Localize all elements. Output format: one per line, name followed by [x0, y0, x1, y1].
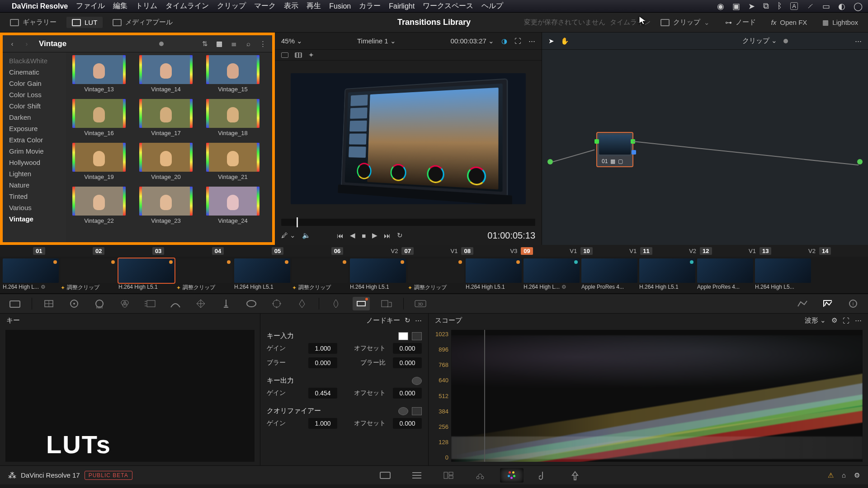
node-input-icon[interactable]	[547, 159, 553, 164]
matte-dark-icon[interactable]	[412, 332, 422, 340]
viewer-scrubber[interactable]	[281, 219, 535, 226]
settings-icon[interactable]: ⚙	[854, 471, 860, 479]
clip-thumbnail[interactable]: H.264 High L5.1	[350, 258, 406, 290]
workspace-color-icon[interactable]	[500, 468, 524, 483]
window-icon[interactable]	[243, 297, 260, 310]
clip-thumbnail[interactable]: H.264 High L5...	[755, 258, 811, 290]
status-play-icon[interactable]: ➤	[748, 1, 755, 11]
camera-raw-icon[interactable]	[6, 297, 24, 310]
strip-header-segment[interactable]: 06	[331, 247, 387, 255]
volume-icon[interactable]: 🔈	[302, 231, 311, 239]
clip-thumbnail[interactable]: ✦調整クリップ	[61, 258, 117, 291]
status-swirl-icon[interactable]: ◐	[838, 1, 845, 11]
strip-header-segment[interactable]: 01	[33, 247, 89, 255]
toolbar-lut[interactable]: LUT	[66, 17, 103, 28]
scopes-toggle-icon[interactable]	[819, 297, 836, 310]
menu-clip[interactable]: クリップ	[217, 1, 246, 11]
strip-header-segment[interactable]: 05	[272, 247, 328, 255]
viewer-zoom[interactable]: 45% ⌄	[281, 37, 302, 45]
clip-thumbnail[interactable]: H.264 High L5.1	[118, 258, 175, 290]
workspace-media-icon[interactable]	[373, 468, 397, 483]
lut-category-item[interactable]: Cinematic	[3, 66, 66, 78]
lut-item[interactable]: Vintage_13	[69, 55, 129, 93]
lut-category-item[interactable]: Darken	[3, 112, 66, 123]
lut-item[interactable]: Vintage_15	[203, 55, 263, 93]
strip-header-segment[interactable]: V110	[570, 247, 626, 255]
lut-category-item[interactable]: Color Loss	[3, 89, 66, 100]
workspace-fairlight-icon[interactable]	[532, 468, 555, 483]
strip-header-segment[interactable]: V214	[808, 247, 864, 255]
matte-white-icon[interactable]	[398, 332, 408, 340]
status-camera-icon[interactable]: ▣	[732, 1, 740, 11]
clip-thumbnail[interactable]: H.264 High L5.1	[639, 258, 695, 290]
clip-thumbnail[interactable]: ✦調整クリップ	[292, 258, 348, 291]
strip-header-segment[interactable]: 02	[93, 247, 149, 255]
menu-fairlight[interactable]: Fairlight	[389, 2, 415, 10]
lut-category-item[interactable]: Vintage	[3, 213, 66, 225]
clip-thumbnail[interactable]: H.264 High L...⚙	[524, 258, 580, 290]
lut-category-item[interactable]: Lighten	[3, 168, 66, 179]
menu-help[interactable]: ヘルプ	[481, 1, 503, 11]
toolbar-node[interactable]: ⊶ノード	[720, 16, 761, 28]
strip-header-segment[interactable]: V108	[451, 247, 507, 255]
in-gain-value[interactable]: 1.000	[308, 343, 337, 354]
workspace-deliver-icon[interactable]	[563, 468, 587, 483]
viewer-rec-tc[interactable]: 00:00:03:27 ⌄	[451, 37, 494, 45]
menu-file[interactable]: ファイル	[76, 1, 105, 11]
toolbar-openfx[interactable]: fxOpen FX	[766, 17, 813, 28]
prev-clip-icon[interactable]: ⏮	[337, 232, 344, 239]
sizing-icon[interactable]	[378, 297, 395, 310]
keyframe-icon[interactable]	[794, 297, 811, 310]
qualifier-icon[interactable]	[217, 297, 235, 310]
node-output-icon[interactable]	[857, 159, 863, 164]
playhead-icon[interactable]	[297, 217, 298, 227]
toolbar-clip[interactable]: クリップ⌄	[655, 16, 715, 28]
reset-icon[interactable]: ↻	[405, 316, 410, 324]
clip-thumbnail[interactable]: H.264 High L...⚙	[3, 258, 59, 290]
toolbar-gallery[interactable]: ギャラリー	[5, 16, 62, 28]
loop-icon[interactable]: ↻	[397, 231, 403, 239]
waveform-display[interactable]	[451, 330, 863, 462]
magic-mask-icon[interactable]	[293, 297, 311, 310]
lut-item[interactable]: Vintage_22	[69, 187, 129, 224]
menu-trim[interactable]: トリム	[136, 1, 157, 11]
toolbar-mediapool[interactable]: メディアプール	[107, 16, 178, 28]
menu-edit[interactable]: 編集	[113, 1, 127, 11]
panel-more-icon[interactable]: ⋯	[415, 316, 422, 324]
in-blurratio-value[interactable]: 0.000	[393, 357, 422, 368]
lut-category-item[interactable]: Tinted	[3, 191, 66, 202]
in-offset-value[interactable]: 0.000	[393, 343, 422, 354]
lut-item[interactable]: Vintage_24	[203, 187, 263, 224]
nodes-more-icon[interactable]: ⋯	[855, 37, 862, 45]
nav-fwd-icon[interactable]: ›	[22, 39, 32, 49]
scope-more-icon[interactable]: ⋯	[855, 316, 862, 324]
qual-dark-icon[interactable]	[398, 407, 408, 415]
hdr-icon[interactable]: HDR	[91, 297, 108, 310]
nav-back-icon[interactable]: ‹	[7, 39, 17, 49]
wheels-icon[interactable]	[66, 297, 83, 310]
menu-fusion[interactable]: Fusion	[329, 2, 351, 10]
lut-item[interactable]: Vintage_21	[203, 143, 263, 180]
lut-category-item[interactable]: Extra Color	[3, 134, 66, 145]
menu-view[interactable]: 表示	[284, 1, 298, 11]
menu-workspace[interactable]: ワークスペース	[423, 1, 473, 11]
viewer-frame[interactable]	[291, 73, 526, 204]
node-canvas[interactable]: 01▦▢	[542, 60, 868, 245]
viewer-mode-b-icon[interactable]	[295, 52, 302, 58]
color-match-icon[interactable]	[40, 297, 57, 310]
key-preview[interactable]: LUTs	[5, 330, 255, 462]
out-offset-value[interactable]: 0.000	[393, 388, 422, 399]
clip-thumbnail[interactable]: H.264 High L5.1	[466, 258, 522, 290]
q-gain-value[interactable]: 1.000	[308, 418, 337, 429]
strip-header-segment[interactable]: 03	[152, 247, 208, 255]
clip-thumbnail[interactable]: Apple ProRes 4...	[697, 258, 753, 290]
clip-thumbnail[interactable]: ✦調整クリップ	[408, 258, 464, 291]
lut-category-item[interactable]: Color Shift	[3, 100, 66, 112]
list-view-icon[interactable]: ≣	[229, 39, 239, 49]
lut-item[interactable]: Vintage_17	[136, 99, 196, 136]
lut-item[interactable]: Vintage_20	[136, 143, 196, 180]
in-blur-value[interactable]: 0.000	[308, 357, 337, 368]
rgb-mixer-icon[interactable]	[116, 297, 133, 310]
out-gain-value[interactable]: 0.454	[308, 388, 337, 399]
lut-item[interactable]: Vintage_19	[69, 143, 129, 180]
